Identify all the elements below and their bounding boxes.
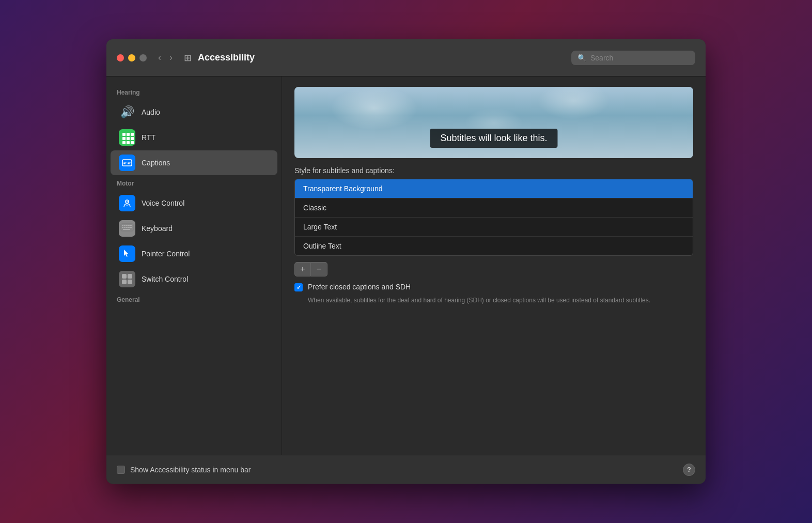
remove-style-button[interactable]: − [311,262,327,276]
svg-rect-4 [128,163,130,164]
svg-rect-19 [123,229,130,230]
sidebar-item-rtt[interactable]: RTT [111,125,277,150]
page-title: Accessibility [198,52,571,63]
svg-rect-7 [126,205,128,206]
sidebar-item-audio[interactable]: 🔊 Audio [111,100,277,125]
svg-rect-12 [128,225,130,226]
rtt-icon [119,129,135,146]
sidebar-item-pointer-control[interactable]: Pointer Control [111,241,277,266]
svg-rect-17 [128,227,130,228]
svg-rect-3 [128,162,131,163]
svg-rect-18 [130,227,132,228]
keyboard-icon [119,220,135,237]
titlebar: ‹ › ⊞ Accessibility 🔍 [106,39,706,76]
svg-rect-11 [126,225,128,226]
sidebar-item-audio-label: Audio [142,108,160,116]
svg-rect-2 [123,163,126,164]
sidebar: Hearing 🔊 Audio RTT [106,76,282,455]
sidebar-item-voice-control[interactable]: Voice Control [111,191,277,216]
sidebar-item-rtt-label: RTT [142,133,155,142]
section-hearing: Hearing [106,85,282,99]
fullscreen-button[interactable] [139,54,147,61]
back-button[interactable]: ‹ [155,50,164,65]
svg-rect-10 [124,225,126,226]
checkmark-icon: ✓ [296,284,301,291]
nav-buttons: ‹ › [155,50,176,65]
search-box[interactable]: 🔍 [571,51,695,65]
main-content: Hearing 🔊 Audio RTT [106,76,706,455]
sidebar-item-switch-control[interactable]: Switch Control [111,267,277,291]
style-option-classic[interactable]: Classic [295,198,693,218]
sidebar-item-switch-label: Switch Control [142,275,188,283]
pointer-control-icon [119,245,135,262]
minimize-button[interactable] [128,54,135,61]
sidebar-item-pointer-label: Pointer Control [142,250,190,258]
captions-icon [119,155,135,171]
svg-rect-14 [122,227,123,228]
section-general: General [106,292,282,306]
svg-rect-20 [122,274,127,279]
sdh-checkbox-description: When available, subtitles for the deaf a… [308,296,693,305]
sidebar-item-keyboard[interactable]: Keyboard [111,216,277,241]
sdh-checkbox-row: ✓ Prefer closed captions and SDH [294,283,693,291]
sidebar-item-keyboard-label: Keyboard [142,224,173,233]
subtitle-preview: Subtitles will look like this. [294,87,693,158]
sidebar-item-voice-label: Voice Control [142,199,184,207]
search-icon: 🔍 [577,54,586,62]
preview-subtitle-text: Subtitles will look like this. [430,129,557,148]
detail-panel: Subtitles will look like this. Style for… [282,76,706,455]
voice-control-icon [119,195,135,211]
style-option-outline-text[interactable]: Outline Text [295,237,693,255]
svg-rect-22 [122,280,127,284]
svg-rect-1 [123,162,127,163]
sdh-checkbox[interactable]: ✓ [294,283,303,291]
svg-rect-9 [122,225,123,226]
svg-rect-15 [124,227,126,228]
svg-rect-21 [128,274,132,279]
svg-rect-23 [128,280,132,284]
audio-icon: 🔊 [119,104,135,120]
style-list: Transparent Background Classic Large Tex… [294,179,693,256]
add-style-button[interactable]: + [294,262,311,276]
menu-bar-checkbox[interactable] [117,466,125,474]
section-motor: Motor [106,176,282,190]
grid-icon: ⊞ [184,52,192,64]
sdh-checkbox-label: Prefer closed captions and SDH [308,283,411,291]
close-button[interactable] [117,54,124,61]
search-input[interactable] [590,54,689,62]
menu-bar-label: Show Accessibility status in menu bar [130,466,683,474]
svg-rect-13 [130,225,132,226]
footer: Show Accessibility status in menu bar ? [106,455,706,484]
style-option-transparent[interactable]: Transparent Background [295,179,693,198]
svg-rect-0 [122,160,132,166]
help-button[interactable]: ? [683,464,695,476]
main-window: ‹ › ⊞ Accessibility 🔍 Hearing 🔊 Audio [106,39,706,484]
svg-rect-16 [126,227,128,228]
style-section-label: Style for subtitles and captions: [294,166,693,175]
window-controls [117,54,147,61]
sidebar-item-captions[interactable]: Captions [111,150,277,175]
svg-point-6 [127,201,128,202]
switch-control-icon [119,271,135,287]
forward-button[interactable]: › [166,50,176,65]
sidebar-item-captions-label: Captions [142,159,170,167]
style-option-large-text[interactable]: Large Text [295,218,693,237]
add-remove-row: + − [294,262,693,276]
